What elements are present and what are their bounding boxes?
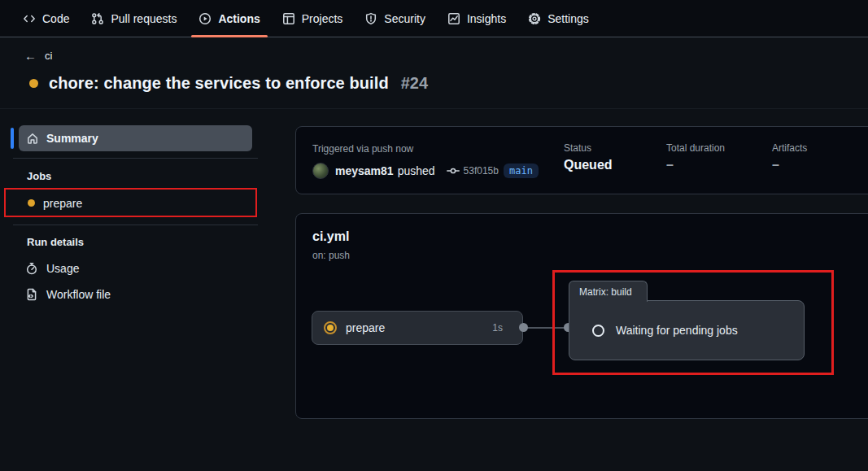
code-icon [23, 12, 36, 25]
jobs-heading: Jobs [27, 170, 51, 182]
matrix-group-label: Matrix: build [579, 286, 632, 298]
nav-tab-insights[interactable]: Insights [447, 0, 506, 37]
sidebar-item-summary[interactable]: Summary [19, 125, 252, 151]
nav-tab-pull-requests[interactable]: Pull requests [91, 0, 177, 37]
run-status-dot-icon [29, 79, 38, 88]
duration-column: Total duration – [666, 142, 725, 172]
trigger-row: meysam81 pushed 53f015b main [312, 163, 539, 179]
run-number: #24 [401, 74, 428, 93]
actor-login[interactable]: meysam81 [335, 164, 394, 177]
nav-tab-settings[interactable]: Settings [528, 0, 589, 37]
artifacts-column: Artifacts – [772, 142, 807, 172]
matrix-group-body[interactable]: Waiting for pending jobs [569, 300, 805, 360]
sidebar-divider [13, 225, 258, 225]
artifacts-value: – [772, 158, 807, 172]
workflow-file-name: ci.yml [312, 229, 349, 244]
run-details-heading: Run details [27, 236, 84, 248]
sidebar-job-label: prepare [43, 197, 82, 210]
matrix-group-tab[interactable]: Matrix: build [569, 281, 648, 302]
graph-node-duration: 1s [492, 322, 503, 334]
trigger-label: Triggered via push now [312, 143, 413, 155]
repo-nav: Code Pull requests Actions Projects Secu… [0, 0, 868, 37]
home-icon [26, 132, 39, 145]
graph-node-prepare[interactable]: prepare 1s [312, 311, 523, 345]
commit-group: 53f015b [447, 164, 499, 177]
sidebar-item-workflow-file[interactable]: Workflow file [25, 285, 111, 304]
artifacts-label: Artifacts [772, 142, 807, 154]
nav-tab-code[interactable]: Code [23, 0, 69, 37]
status-value: Queued [564, 158, 613, 172]
sidebar-item-label: Usage [46, 262, 79, 275]
header-divider [0, 108, 868, 109]
branch-badge[interactable]: main [504, 164, 539, 178]
nav-tab-label: Insights [467, 12, 506, 25]
sidebar-divider [13, 158, 258, 159]
nav-tab-security[interactable]: Security [364, 0, 425, 37]
stopwatch-icon [25, 262, 38, 275]
waiting-status-icon [592, 325, 604, 337]
breadcrumb-workflow-link[interactable]: ci [45, 50, 52, 62]
queued-status-icon [324, 321, 337, 334]
play-circle-icon [198, 12, 212, 25]
status-column: Status Queued [564, 142, 613, 172]
edge-dot-out [519, 323, 528, 332]
graph-icon [447, 12, 460, 25]
workflow-file-icon [25, 288, 38, 301]
job-status-queued-icon [28, 199, 35, 207]
pull-request-icon [91, 12, 104, 25]
sidebar-job-prepare[interactable]: prepare [20, 191, 252, 215]
selected-accent-bar [11, 128, 14, 149]
commit-icon [447, 164, 460, 177]
workflow-graph-card: ci.yml on: push prepare 1s Matrix: build… [295, 213, 868, 419]
gear-icon [528, 12, 541, 25]
avatar[interactable] [312, 163, 329, 179]
nav-tab-label: Projects [302, 12, 343, 25]
shield-icon [364, 12, 377, 25]
breadcrumb: ← ci [24, 49, 52, 63]
duration-value: – [666, 158, 725, 172]
graph-node-label: prepare [346, 321, 385, 334]
page-title: chore: change the services to enforce bu… [49, 74, 389, 93]
run-summary-card: Triggered via push now meysam81 pushed 5… [295, 126, 868, 194]
table-icon [282, 12, 295, 25]
nav-tab-label: Pull requests [111, 12, 177, 25]
graph-edge [523, 327, 568, 329]
nav-tab-label: Code [42, 12, 69, 25]
nav-tab-label: Settings [547, 12, 589, 25]
sidebar-item-usage[interactable]: Usage [25, 259, 79, 278]
nav-tab-label: Actions [218, 12, 260, 25]
sidebar-item-label: Workflow file [46, 288, 111, 301]
duration-label: Total duration [666, 142, 725, 154]
commit-sha[interactable]: 53f015b [464, 165, 499, 177]
back-arrow-icon[interactable]: ← [24, 49, 37, 63]
status-label: Status [564, 142, 613, 154]
workflow-trigger: on: push [312, 250, 350, 261]
run-title-row: chore: change the services to enforce bu… [29, 74, 428, 93]
matrix-waiting-message: Waiting for pending jobs [616, 324, 738, 337]
actions-run-page: Code Pull requests Actions Projects Secu… [0, 0, 868, 471]
sidebar-item-label: Summary [46, 132, 98, 145]
actor-action: pushed [398, 164, 435, 177]
nav-tab-label: Security [384, 12, 425, 25]
nav-tab-actions[interactable]: Actions [198, 0, 260, 37]
nav-tab-projects[interactable]: Projects [282, 0, 343, 37]
